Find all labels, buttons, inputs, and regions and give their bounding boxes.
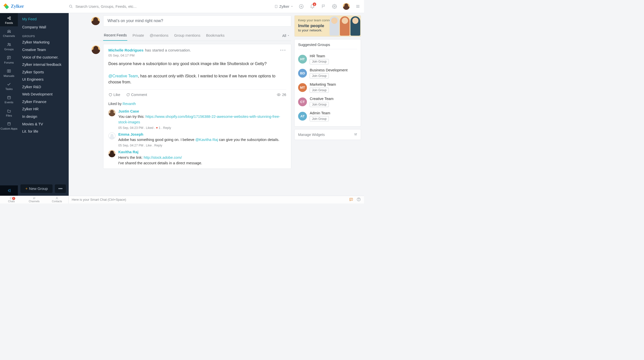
manage-widgets-label: Manage Widgets [298,133,325,137]
bottombar-item[interactable]: Channels [23,197,46,202]
sidebar-group-item[interactable]: Zylker R&D [18,83,68,91]
feed-tab[interactable]: Bookmarks [206,31,225,40]
profile-avatar[interactable] [343,3,350,10]
comment-avatar[interactable] [108,109,115,116]
nav-rail: Feeds Channels Groups Forums Manuals Tas… [0,13,18,196]
sidebar-group-item[interactable]: Voice of the customer. [18,54,68,61]
bottombar-item[interactable]: Chats1 [0,197,23,202]
forums-icon [7,56,11,60]
bottombar-item[interactable]: Contacts [46,197,68,202]
composer-input[interactable]: What's on your mind right now? [103,15,291,27]
group-avatar[interactable]: AT [298,112,307,121]
post-more-button[interactable]: ••• [280,48,286,53]
invite-card[interactable]: Keep your team connected. Invite people … [294,15,361,37]
smart-chat-icon-button[interactable] [349,197,353,202]
sidebar-group-item[interactable]: Zylker internal feedback [18,61,68,68]
manage-widgets-card[interactable]: Manage Widgets [294,129,361,140]
comment-mention[interactable]: @Kavitha Raj [195,138,218,142]
svg-line-1 [71,7,72,8]
comment-link[interactable]: https://www.shopify.com/blog/17156388-22… [118,115,280,124]
rail-item-feeds[interactable]: Feeds [0,13,18,26]
rail-item-groups[interactable]: Groups [0,39,18,53]
feed-filter[interactable]: All [282,34,290,38]
help-button[interactable] [357,197,361,202]
view-count: 26 [282,93,286,97]
svg-point-21 [10,32,11,33]
rail-item-channels[interactable]: Channels [0,26,18,40]
sidebar-group-item[interactable]: Lit. for life [18,128,68,135]
suggested-group-name[interactable]: Business Development [310,68,347,72]
comment-avatar[interactable] [108,132,115,139]
search-input[interactable] [75,4,189,9]
notifications-button[interactable]: 2 [309,4,315,9]
building-icon [274,5,278,8]
liked-by-user[interactable]: Revanth [123,102,136,106]
post-author[interactable]: Michelle Rodrigues [108,48,144,52]
suggested-group-name[interactable]: Admin Team [310,111,330,115]
svg-point-45 [34,198,35,198]
comment-meta[interactable]: 05 Sep, 04:27 PM . Like . Reply [118,144,286,147]
brand[interactable]: Zylker [4,4,69,9]
sidebar-group-item[interactable]: In design [18,113,68,120]
feed-tab[interactable]: @mentions [149,31,169,40]
rail-item-files[interactable]: Files [0,106,18,119]
sidebar-group-item[interactable]: Movies & TV [18,120,68,128]
join-group-button[interactable]: Join Group [310,88,329,93]
post-mention[interactable]: @Creative Team [108,74,138,78]
comment-avatar[interactable] [108,150,115,157]
post-author-avatar[interactable] [92,45,100,54]
comment-meta[interactable]: 05 Sep, 04:23 PM . Liked . ♥ 1 . Reply [118,126,286,130]
smart-chat-hint[interactable]: Here is your Smart Chat (Ctrl+Space) [69,196,346,204]
suggested-group-name[interactable]: HR Team [310,54,329,58]
join-group-button[interactable]: Join Group [310,116,329,121]
comment-button[interactable]: Comment [126,93,147,97]
sidebar-group-item[interactable]: Web Development [18,91,68,98]
sidebar-group-item[interactable]: Zylker HR [18,106,68,113]
svg-rect-47 [349,198,352,200]
comment-author[interactable]: Emma Joseph [118,132,286,136]
search-icon [69,5,73,9]
rail-item-custom-apps[interactable]: Custom Apps [0,119,18,132]
like-button[interactable]: Like [108,93,120,97]
feed-tab[interactable]: Private [132,31,144,40]
join-group-button[interactable]: Join Group [310,59,329,64]
settings-button[interactable] [332,4,338,9]
flags-button[interactable] [320,4,326,9]
new-group-button[interactable]: + New Group [20,184,53,193]
topbar-right: Zylker 2 [274,3,361,10]
org-switcher[interactable]: Zylker [274,5,293,9]
channels-icon [7,29,11,33]
rail-collapse-button[interactable] [0,185,18,196]
feed-tab[interactable]: Group mentions [174,31,201,40]
comment-link[interactable]: http://stock.adobe.com/ [144,156,182,160]
suggested-group-name[interactable]: Marketing Team [310,82,336,86]
suggested-group-name[interactable]: Creative Team [310,97,333,101]
rail-item-events[interactable]: Events [0,92,18,106]
rail-item-forums[interactable]: Forums [0,53,18,66]
hamburger-button[interactable] [355,4,361,9]
compose-button[interactable] [298,4,304,9]
group-avatar[interactable]: MT [298,83,307,92]
sidebar-group-item[interactable]: Creative Team [18,46,68,54]
feed-tab[interactable]: Recent Feeds [103,31,127,41]
sidebar-more-button[interactable]: ••• [55,184,66,193]
rail-label: Manuals [0,74,18,77]
group-avatar[interactable]: HT [298,55,307,64]
global-search[interactable] [69,4,274,9]
sidebar-link-my-feed[interactable]: My Feed [18,15,68,23]
group-avatar[interactable]: BD [298,69,307,78]
post-body-para1: Does anyone have a subscription to any g… [108,62,267,66]
join-group-button[interactable]: Join Group [310,73,329,79]
rail-item-manuals[interactable]: Manuals [0,66,18,79]
comment-author[interactable]: Justin Case [118,109,286,113]
sidebar-group-item[interactable]: Zylker Sports [18,68,68,76]
sidebar-link-company-wall[interactable]: Company Wall [18,23,68,31]
comment-author[interactable]: Kavitha Raj [118,150,286,154]
comment-body: Emma JosephAdobe has something good goin… [118,132,286,147]
group-avatar[interactable]: CT [298,97,307,106]
join-group-button[interactable]: Join Group [310,102,329,107]
rail-item-tasks[interactable]: Tasks [0,79,18,92]
sidebar-group-item[interactable]: UI Engineers [18,76,68,83]
sidebar-group-item[interactable]: Zylker Marketing [18,39,68,46]
sidebar-group-item[interactable]: Zylker Finance [18,98,68,106]
